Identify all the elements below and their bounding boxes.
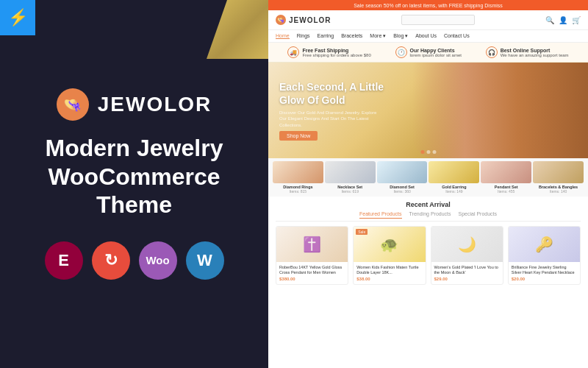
user-icon[interactable]: 👤 <box>559 16 567 24</box>
product-info-3: Women's Gold Plated 'I Love You to the M… <box>431 262 503 284</box>
tab-trending[interactable]: Trending Products <box>409 211 451 219</box>
product-name-3: Women's Gold Plated 'I Love You to the M… <box>434 265 500 275</box>
product-price-1: $380.00 <box>279 277 345 281</box>
hero-subtitle: Discover Our Gold And Diamond Jewelry. E… <box>279 110 382 128</box>
nav-bracelets[interactable]: Bracelets <box>341 33 362 39</box>
tab-special[interactable]: Special Products <box>459 211 498 219</box>
product-name-1: RoberBou 14KT Yellow Gold Gloss Cross Pe… <box>279 265 345 275</box>
category-diamond-set[interactable]: Diamond Set Items: 360 <box>377 161 428 194</box>
category-gold-earring-img <box>429 161 479 183</box>
product-icon-2: 🐢 <box>380 236 398 253</box>
topbar-text: Sale season 50% off on latest items, wit… <box>354 3 503 8</box>
product-info-4: Brilliance Fine Jewelry Sterling Silver … <box>509 262 580 284</box>
nav-about[interactable]: About Us <box>415 33 437 39</box>
hero-dot-3[interactable] <box>432 150 436 154</box>
category-gold-earring[interactable]: Gold Earring Items: 149 <box>429 161 479 194</box>
product-name-2: Women Kids Fashion Maten Turtle Double L… <box>356 265 422 275</box>
feature-support: 🎧 Best Online Support We have an amazing… <box>486 46 569 58</box>
shipping-icon: 🚚 <box>287 46 299 58</box>
feature-clients: 🕐 Our Happy Clients lorem ipsum dolor si… <box>395 46 462 58</box>
left-panel: 👒 JEWOLOR Modern JewelryWooCommerceTheme… <box>0 0 268 368</box>
tab-featured[interactable]: Featured Products <box>359 211 402 219</box>
product-price-2: $38.00 <box>356 277 422 281</box>
category-bracelets[interactable]: Bracelets & Bangles Items: 140 <box>533 161 584 194</box>
cat-count-3: Items: 360 <box>377 189 428 194</box>
site-logo-icon: 👒 <box>276 15 286 25</box>
lightning-badge <box>0 0 35 35</box>
site-search-bar[interactable] <box>401 15 475 25</box>
product-info-1: RoberBou 14KT Yellow Gold Gloss Cross Pe… <box>276 262 348 284</box>
cat-count-2: Items: 619 <box>325 189 376 194</box>
category-diamond-set-img <box>377 161 428 183</box>
products-grid: ✝️ RoberBou 14KT Yellow Gold Gloss Cross… <box>276 226 581 285</box>
product-price-4: $20.00 <box>512 277 577 281</box>
product-icon-4: 🔑 <box>535 236 553 253</box>
wordpress-badge: W <box>186 241 224 280</box>
hero-title: Each Second, A LittleGlow Of Gold <box>279 80 384 107</box>
brand-row: 👒 JEWOLOR <box>57 88 212 121</box>
site-header-icons: 🔍 👤 🛒 <box>545 16 581 24</box>
site-header: 👒 JEWOLOR 🔍 👤 🛒 <box>268 10 588 30</box>
product-icon-3: 🌙 <box>458 236 476 253</box>
brand-name: JEWOLOR <box>98 93 212 116</box>
hero-dot-1[interactable] <box>420 150 424 154</box>
product-name-4: Brilliance Fine Jewelry Sterling Silver … <box>512 265 577 275</box>
elementor-badge: E <box>45 241 83 280</box>
site-logo: 👒 JEWOLOR <box>276 15 331 25</box>
gold-chain-decoration <box>165 0 268 59</box>
section-tabs: Featured Products Trending Products Spec… <box>276 211 581 222</box>
right-panel: Sale season 50% off on latest items, wit… <box>268 0 588 368</box>
nav-home[interactable]: Home <box>276 33 290 39</box>
product-price-3: $29.00 <box>434 277 500 281</box>
product-info-2: Women Kids Fashion Maten Turtle Double L… <box>354 262 425 284</box>
site-logo-text: JEWOLOR <box>289 16 331 24</box>
hero-background <box>412 63 588 158</box>
woo-badge: Woo <box>139 241 177 280</box>
website-mockup: Sale season 50% off on latest items, wit… <box>268 0 588 368</box>
category-pendant-set[interactable]: Pendant Set Items: 455 <box>481 161 531 194</box>
category-pendant-img <box>481 161 531 183</box>
support-icon: 🎧 <box>486 46 498 58</box>
site-features: 🚚 Free Fast Shipping Free shipping for o… <box>268 43 588 63</box>
cat-count-6: Items: 140 <box>533 189 584 194</box>
cat-count-1: Items: 815 <box>273 189 323 194</box>
hero-dot-2[interactable] <box>426 150 430 154</box>
nav-more[interactable]: More ▾ <box>370 33 386 39</box>
product-badge-2: Sale <box>356 229 368 235</box>
site-hero: Each Second, A LittleGlow Of Gold Discov… <box>268 63 588 158</box>
hero-content: Each Second, A LittleGlow Of Gold Discov… <box>268 69 395 152</box>
product-img-1: ✝️ <box>276 227 348 262</box>
product-icon-1: ✝️ <box>303 236 321 253</box>
hero-cta-button[interactable]: Shop Now <box>279 131 318 141</box>
site-recent: Recent Arrival Featured Products Trendin… <box>268 197 588 289</box>
site-categories: Diamond Rings Items: 815 Necklace Set It… <box>268 158 588 197</box>
category-necklace-img <box>325 161 376 183</box>
feature-shipping-text: Free Fast Shipping Free shipping for ord… <box>302 48 370 57</box>
nav-earring[interactable]: Earring <box>318 33 334 39</box>
section-title: Recent Arrival <box>276 201 581 208</box>
cart-icon[interactable]: 🛒 <box>572 16 581 24</box>
nav-contact[interactable]: Contact Us <box>444 33 470 39</box>
site-nav: Home Rings Earring Bracelets More ▾ Blog… <box>268 30 588 43</box>
nav-blog[interactable]: Blog ▾ <box>393 33 408 39</box>
category-bracelets-img <box>533 161 584 183</box>
product-img-2: Sale 🐢 <box>354 227 425 262</box>
product-img-3: 🌙 <box>431 227 503 262</box>
product-card-3[interactable]: 🌙 Women's Gold Plated 'I Love You to the… <box>431 226 503 285</box>
tagline: Modern JewelryWooCommerceTheme <box>46 134 223 219</box>
category-necklace-set[interactable]: Necklace Set Items: 619 <box>325 161 376 194</box>
hero-dots <box>420 150 436 154</box>
product-card-4[interactable]: 🔑 Brilliance Fine Jewelry Sterling Silve… <box>508 226 581 285</box>
product-img-4: 🔑 <box>509 227 580 262</box>
feature-clients-text: Our Happy Clients lorem ipsum dolor sit … <box>410 48 462 57</box>
category-diamond-rings[interactable]: Diamond Rings Items: 815 <box>273 161 323 194</box>
nav-rings[interactable]: Rings <box>297 33 310 39</box>
refresh-badge: ↻ <box>92 241 130 280</box>
product-card-1[interactable]: ✝️ RoberBou 14KT Yellow Gold Gloss Cross… <box>276 226 348 285</box>
feature-support-text: Best Online Support We have an amazing s… <box>501 48 569 57</box>
product-card-2[interactable]: Sale 🐢 Women Kids Fashion Maten Turtle D… <box>353 226 426 285</box>
cat-count-5: Items: 455 <box>481 189 531 194</box>
brand-icon: 👒 <box>57 88 89 121</box>
search-icon[interactable]: 🔍 <box>545 16 554 24</box>
cat-count-4: Items: 149 <box>429 189 479 194</box>
